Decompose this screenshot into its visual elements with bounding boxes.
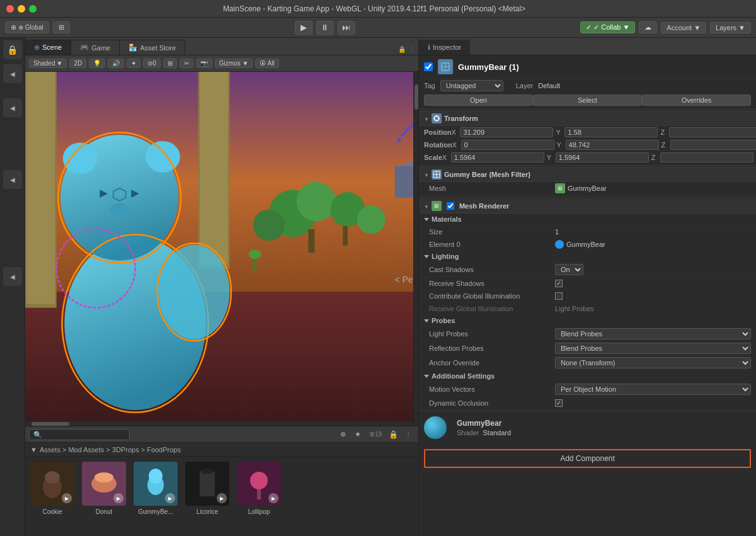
viewport-scrollbar[interactable] xyxy=(413,72,418,426)
tab-asset-store[interactable]: 🏪 Asset Store xyxy=(120,40,185,55)
asset-label: GummyBe... xyxy=(138,508,173,515)
materials-subsection[interactable]: Materials xyxy=(419,214,756,225)
mesh-filter-section-header[interactable]: Gummy Bear (Mesh Filter) xyxy=(419,167,756,182)
grid-btn[interactable]: ⊞ xyxy=(53,21,70,33)
select-btn[interactable]: Select xyxy=(533,94,642,106)
expand-icon-bot[interactable]: ◀ xyxy=(3,267,22,286)
mesh-value-text: GummyBear xyxy=(568,185,607,192)
lock-icon[interactable]: 🔒 xyxy=(3,40,22,59)
tab-scene[interactable]: ⊕ Scene xyxy=(25,40,71,55)
motion-vectors-dropdown[interactable]: Per Object Motion xyxy=(555,384,751,395)
asset-play-button[interactable]: ▶ xyxy=(62,493,72,503)
receive-shadows-checkbox[interactable]: ✓ xyxy=(555,280,563,287)
inspector-tab[interactable]: ℹ Inspector xyxy=(419,40,470,55)
mesh-renderer-section-header[interactable]: ⊞ Mesh Renderer xyxy=(419,198,756,214)
anchor-override-label: Anchor Override xyxy=(429,359,555,367)
object-enabled-checkbox[interactable] xyxy=(424,62,433,71)
minimize-btn[interactable] xyxy=(18,5,25,13)
light-btn[interactable]: 💡 xyxy=(89,59,105,68)
arrow-collapse-icon[interactable]: ◀ xyxy=(3,64,22,83)
cast-shadows-label: Cast Shadows xyxy=(429,266,555,273)
play-btn[interactable]: ▶ xyxy=(295,21,312,35)
all-dropdown[interactable]: ⦿ All xyxy=(255,59,278,68)
shaded-dropdown[interactable]: Shaded ▼ xyxy=(29,59,67,68)
collab-btn[interactable]: ✓ ✓ Collab ▼ xyxy=(580,21,635,33)
asset-search-input[interactable] xyxy=(29,429,130,440)
expand-icon-mid[interactable]: ◀ xyxy=(3,170,22,189)
contrib-gi-value xyxy=(555,292,751,300)
rot-x-input[interactable] xyxy=(461,140,554,150)
svg-point-35 xyxy=(159,245,229,339)
camera-btn[interactable]: 📷 xyxy=(196,59,212,68)
breadcrumb-text: Assets > Mod Assets > 3DProps > FoodProp… xyxy=(40,446,181,453)
extra-btn[interactable]: ⊞ xyxy=(163,59,177,68)
rot-z-input[interactable] xyxy=(670,140,756,150)
reflection-probes-dropdown[interactable]: Blend Probes xyxy=(555,343,751,354)
cloud-btn[interactable]: ☁ xyxy=(639,21,657,33)
scene-viewport[interactable]: < Persp xyxy=(25,72,418,426)
maximize-btn[interactable] xyxy=(29,5,37,13)
list-item[interactable]: ▶Cookie xyxy=(30,462,74,515)
transform-section-header[interactable]: Transform xyxy=(419,111,756,126)
asset-play-button[interactable]: ▶ xyxy=(217,493,227,503)
collapse-arrow-icon[interactable]: ▼ xyxy=(30,446,37,453)
additional-settings-subsection[interactable]: Additional Settings xyxy=(419,370,756,382)
mesh-renderer-title: Mesh Renderer xyxy=(459,202,509,210)
contrib-gi-checkbox[interactable] xyxy=(555,292,563,300)
list-item[interactable]: ▶Donut xyxy=(82,462,126,515)
mesh-value: ⊞ GummyBear xyxy=(555,183,751,193)
close-btn[interactable] xyxy=(6,5,14,13)
scene-nav-icon[interactable]: ◀ xyxy=(3,98,22,117)
scale-x-input[interactable] xyxy=(451,152,544,163)
add-component-button[interactable]: Add Component xyxy=(424,449,751,468)
scale-y-input[interactable] xyxy=(556,152,649,163)
overrides-btn[interactable]: Overrides xyxy=(642,94,751,106)
scale-z-input[interactable] xyxy=(660,152,753,163)
panel-more-icon[interactable]: ⋮ xyxy=(402,428,415,441)
pos-z-input[interactable] xyxy=(669,127,756,137)
inspector-object-header: GummyBear (1) xyxy=(419,55,756,79)
asset-play-button[interactable]: ▶ xyxy=(113,493,123,503)
asset-play-button[interactable]: ▶ xyxy=(165,493,175,503)
tab-game[interactable]: 🎮 Game xyxy=(71,40,120,55)
list-item[interactable]: ▶GummyBe... xyxy=(134,462,178,515)
viewport-hscrollbar[interactable] xyxy=(25,421,413,426)
layers-btn[interactable]: Layers ▼ xyxy=(710,22,751,33)
probes-chevron-icon xyxy=(424,319,429,322)
rotation-label: Rotation xyxy=(424,141,452,149)
step-btn[interactable]: ⏭ xyxy=(338,21,355,35)
svg-point-49 xyxy=(94,472,113,482)
mesh-icon: ⊞ xyxy=(555,183,565,193)
list-item[interactable]: ▶Licorice xyxy=(185,462,229,515)
2d-btn[interactable]: 2D xyxy=(69,59,86,68)
pos-y-input[interactable] xyxy=(564,127,658,137)
tools-btn[interactable]: ✂ xyxy=(180,59,193,68)
cast-shadows-dropdown[interactable]: On xyxy=(555,264,583,275)
mesh-renderer-enabled-checkbox[interactable] xyxy=(447,202,454,210)
list-item[interactable]: ▶Lollipop xyxy=(237,462,281,515)
light-probes-dropdown[interactable]: Blend Probes xyxy=(555,328,751,339)
probes-subsection[interactable]: Probes xyxy=(419,315,756,327)
center-area: ⊕ Scene 🎮 Game 🏪 Asset Store 🔒 ⋮ Shaded … xyxy=(25,38,418,536)
fav-icon[interactable]: ⊕ xyxy=(336,428,349,441)
pos-x-input[interactable] xyxy=(460,127,553,137)
pause-btn[interactable]: ⏸ xyxy=(316,21,334,35)
hide-btn[interactable]: ⊘0 xyxy=(143,59,161,68)
gizmos-dropdown[interactable]: Gizmos ▼ xyxy=(215,59,253,68)
env-global-btn[interactable]: ⊕ ⊕ Global xyxy=(5,21,49,33)
tag-dropdown[interactable]: Untagged xyxy=(440,80,503,91)
anchor-override-dropdown[interactable]: None (Transform) xyxy=(555,357,751,368)
asset-thumbnail: ▶ xyxy=(185,462,229,506)
fx-btn[interactable]: ✦ xyxy=(127,59,140,68)
rot-y-input[interactable] xyxy=(566,140,659,150)
account-btn[interactable]: Account ▼ xyxy=(661,22,706,33)
dynamic-occlusion-checkbox[interactable]: ✓ xyxy=(555,399,563,407)
panel-lock-icon[interactable]: 🔒 xyxy=(387,428,399,441)
lighting-subsection[interactable]: Lighting xyxy=(419,251,756,263)
asset-play-button[interactable]: ▶ xyxy=(268,493,278,503)
audio-btn[interactable]: 🔊 xyxy=(108,59,124,68)
more-icon[interactable]: ⋮ xyxy=(408,46,415,53)
open-btn[interactable]: Open xyxy=(424,94,533,106)
mesh-field-row: Mesh ⊞ GummyBear xyxy=(419,182,756,195)
star-icon[interactable]: ★ xyxy=(352,428,364,441)
